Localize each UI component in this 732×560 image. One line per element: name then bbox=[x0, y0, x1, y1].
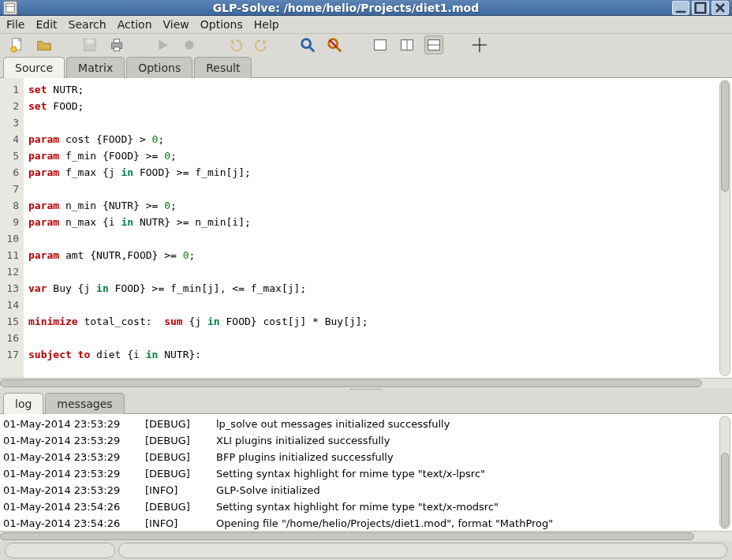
log-message: Opening file "/home/helio/Projects/diet1… bbox=[216, 517, 553, 529]
save-icon[interactable] bbox=[80, 35, 99, 54]
menu-search[interactable]: Search bbox=[69, 18, 106, 31]
tab-source[interactable]: Source bbox=[3, 57, 65, 78]
undo-icon[interactable] bbox=[226, 35, 245, 54]
maximize-button[interactable] bbox=[692, 1, 709, 15]
tab-matrix[interactable]: Matrix bbox=[66, 57, 125, 78]
code-line[interactable]: set NUTR; bbox=[28, 81, 727, 98]
log-row: 01-May-2014 23:53:29[INFO]GLP-Solve init… bbox=[3, 482, 729, 498]
code-line[interactable]: set FOOD; bbox=[28, 98, 727, 114]
code-line[interactable]: subject to diet {i in NUTR}: bbox=[28, 346, 727, 363]
line-number: 13 bbox=[0, 280, 19, 297]
code-line[interactable]: param f_max {j in FOOD} >= f_min[j]; bbox=[28, 164, 727, 181]
editor-area[interactable]: 1234567891011121314151617 set NUTR;set F… bbox=[0, 78, 732, 378]
menu-view[interactable]: View bbox=[163, 18, 189, 31]
record-icon[interactable] bbox=[180, 35, 199, 54]
menu-help[interactable]: Help bbox=[254, 18, 279, 31]
log-horizontal-scrollbar[interactable] bbox=[0, 531, 732, 541]
log-timestamp: 01-May-2014 23:53:29 bbox=[3, 482, 145, 498]
line-number: 12 bbox=[0, 263, 19, 280]
scrollbar-thumb[interactable] bbox=[721, 453, 729, 528]
editor-vertical-scrollbar[interactable] bbox=[719, 80, 730, 376]
line-number: 9 bbox=[0, 214, 19, 230]
svg-marker-14 bbox=[159, 40, 167, 50]
toolbar bbox=[0, 34, 732, 56]
line-number: 8 bbox=[0, 197, 19, 214]
code-line[interactable] bbox=[28, 263, 727, 280]
menu-file[interactable]: File bbox=[6, 18, 24, 31]
run-icon[interactable] bbox=[153, 35, 172, 54]
code-line[interactable]: param n_max {i in NUTR} >= n_min[i]; bbox=[28, 214, 727, 230]
status-bar bbox=[0, 541, 732, 560]
open-file-icon[interactable] bbox=[35, 35, 54, 54]
panel-right-icon[interactable] bbox=[398, 35, 416, 54]
log-content: 01-May-2014 23:53:29[DEBUG]lp_solve out … bbox=[0, 414, 732, 531]
log-level: [DEBUG] bbox=[145, 416, 216, 432]
line-number: 2 bbox=[0, 98, 19, 114]
log-timestamp: 01-May-2014 23:54:26 bbox=[3, 498, 145, 515]
code-line[interactable] bbox=[28, 230, 727, 247]
line-number: 7 bbox=[0, 181, 19, 197]
log-message: Setting syntax highlight for mime type "… bbox=[216, 501, 499, 513]
log-message: XLI plugins initialized successfully bbox=[216, 435, 390, 446]
log-timestamp: 01-May-2014 23:53:29 bbox=[3, 432, 145, 449]
editor-horizontal-scrollbar[interactable] bbox=[0, 378, 732, 388]
line-number: 4 bbox=[0, 131, 19, 147]
menu-options[interactable]: Options bbox=[200, 18, 243, 31]
code-line[interactable]: param n_min {NUTR} >= 0; bbox=[28, 197, 727, 214]
panel-both-icon[interactable] bbox=[424, 35, 443, 54]
close-button[interactable] bbox=[711, 1, 729, 15]
line-number: 1 bbox=[0, 81, 19, 98]
scrollbar-thumb[interactable] bbox=[721, 81, 729, 192]
line-gutter: 1234567891011121314151617 bbox=[0, 78, 24, 378]
code-line[interactable] bbox=[28, 114, 727, 131]
menu-action[interactable]: Action bbox=[118, 18, 152, 31]
code-line[interactable]: param cost {FOOD} > 0; bbox=[28, 131, 727, 147]
svg-line-21 bbox=[337, 47, 342, 52]
log-message: BFP plugins initialized successfully bbox=[216, 451, 394, 463]
log-row: 01-May-2014 23:53:29[DEBUG]BFP plugins i… bbox=[3, 449, 729, 465]
line-number: 17 bbox=[0, 346, 19, 363]
code-content[interactable]: set NUTR;set FOOD;param cost {FOOD} > 0;… bbox=[24, 78, 732, 378]
svg-marker-16 bbox=[231, 39, 234, 45]
log-level: [DEBUG] bbox=[145, 465, 216, 482]
find-replace-icon[interactable] bbox=[325, 35, 344, 54]
tab-result[interactable]: Result bbox=[194, 57, 252, 78]
log-timestamp: 01-May-2014 23:53:29 bbox=[3, 416, 145, 432]
line-number: 10 bbox=[0, 230, 19, 247]
crosshair-icon[interactable] bbox=[470, 35, 489, 54]
panel-left-icon[interactable] bbox=[371, 35, 390, 54]
svg-rect-13 bbox=[114, 47, 119, 51]
line-number: 11 bbox=[0, 247, 19, 263]
log-area[interactable]: 01-May-2014 23:53:29[DEBUG]lp_solve out … bbox=[0, 414, 732, 531]
log-timestamp: 01-May-2014 23:53:29 bbox=[3, 465, 145, 482]
log-vertical-scrollbar[interactable] bbox=[719, 416, 730, 529]
minimize-button[interactable] bbox=[672, 1, 689, 15]
code-line[interactable] bbox=[28, 181, 727, 197]
print-icon[interactable] bbox=[107, 35, 126, 54]
code-line[interactable] bbox=[28, 330, 727, 346]
code-line[interactable]: param f_min {FOOD} >= 0; bbox=[28, 147, 727, 164]
code-line[interactable]: param amt {NUTR,FOOD} >= 0; bbox=[28, 247, 727, 263]
line-number: 5 bbox=[0, 147, 19, 164]
redo-icon[interactable] bbox=[252, 35, 271, 54]
progress-cell bbox=[5, 543, 115, 558]
svg-rect-0 bbox=[6, 3, 15, 12]
menu-edit[interactable]: Edit bbox=[35, 18, 57, 31]
code-line[interactable]: minimize total_cost: sum {j in FOOD} cos… bbox=[28, 313, 727, 330]
scrollbar-thumb[interactable] bbox=[0, 379, 702, 387]
log-row: 01-May-2014 23:54:26[DEBUG]Setting synta… bbox=[3, 498, 729, 515]
log-level: [INFO] bbox=[145, 482, 216, 498]
tab-options[interactable]: Options bbox=[126, 57, 192, 78]
line-number: 6 bbox=[0, 164, 19, 181]
title-bar: GLP-Solve: /home/helio/Projects/diet1.mo… bbox=[0, 0, 732, 16]
log-timestamp: 01-May-2014 23:54:26 bbox=[3, 515, 145, 531]
find-icon[interactable] bbox=[298, 35, 317, 54]
tab-messages[interactable]: messages bbox=[45, 393, 124, 414]
line-number: 14 bbox=[0, 297, 19, 313]
tab-log[interactable]: log bbox=[3, 393, 43, 414]
new-file-icon[interactable] bbox=[8, 35, 27, 54]
code-line[interactable] bbox=[28, 297, 727, 313]
code-line[interactable]: var Buy {j in FOOD} >= f_min[j], <= f_ma… bbox=[28, 280, 727, 297]
log-level: [DEBUG] bbox=[145, 432, 216, 449]
scrollbar-thumb[interactable] bbox=[0, 532, 694, 540]
